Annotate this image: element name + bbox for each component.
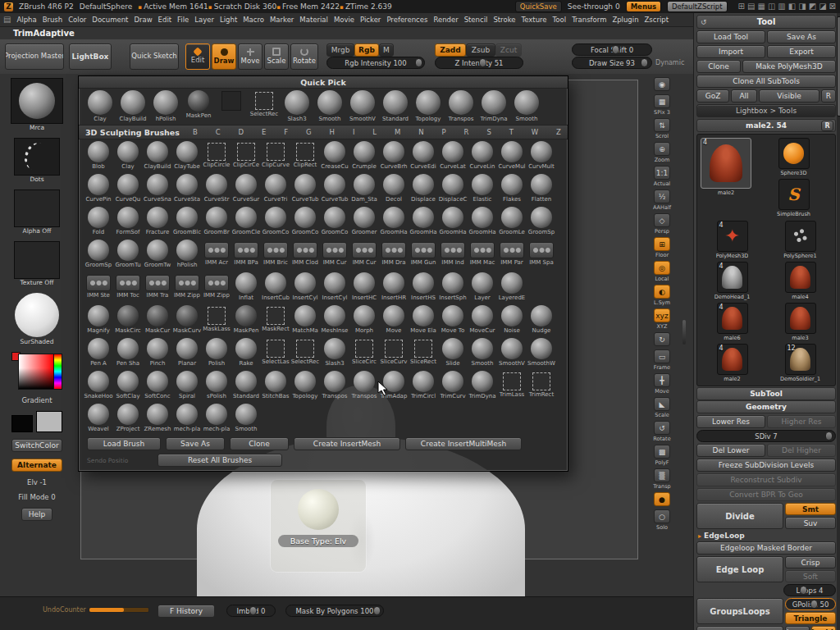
brush-tile[interactable]: Dam_Sta (349, 172, 379, 205)
brush-tile[interactable]: ClayTube (172, 139, 202, 172)
see-through-slider[interactable]: See-through 0 (568, 2, 620, 11)
z-intensity-slider[interactable]: Z Intensity 51 (435, 57, 523, 69)
gpolish-slider[interactable]: GPolish 50 (785, 598, 836, 610)
tool-thumb-current[interactable]: 4 male2 (701, 138, 751, 217)
lower-res-button[interactable]: Lower Res (696, 415, 765, 428)
brush-tile[interactable]: GroomBr (202, 205, 231, 238)
smt-toggle[interactable]: Smt (785, 503, 836, 515)
brush-tile[interactable]: ClipCirCe (231, 139, 261, 172)
brush-tile[interactable]: MaskCurv (172, 304, 202, 336)
tool-thumb[interactable]: 4 male6 (701, 303, 764, 341)
quick-pick-tile[interactable]: Slash3 (281, 89, 313, 125)
shelf-button[interactable]: ½ AAHalf (651, 189, 673, 211)
brush-tile[interactable]: Pen Sha (113, 336, 143, 369)
quick-pick-tile[interactable]: TrimDyna (477, 89, 510, 125)
brush-tile[interactable]: GroomTu (113, 238, 143, 271)
brush-tile[interactable]: TrimLass (497, 369, 527, 402)
brush-tile[interactable]: CurveStr (202, 172, 231, 205)
panel-divider[interactable] (675, 74, 693, 596)
brush-tile[interactable]: Crumple (349, 139, 379, 172)
draw-size-slider[interactable]: Draw Size 93 (572, 57, 652, 69)
brush-tile[interactable]: Slide (438, 336, 468, 369)
brush-tile[interactable]: CurvePin (84, 172, 113, 205)
brush-tile[interactable]: Fold (84, 205, 113, 238)
menu-item[interactable]: Macro (243, 16, 264, 24)
brush-tile[interactable]: GroomHa (379, 205, 409, 238)
brush-tile[interactable]: TrimDyna (468, 369, 497, 402)
brush-tile[interactable]: InsertHR (379, 271, 409, 304)
sdiv-knob[interactable] (825, 431, 833, 441)
brush-tile[interactable]: IMM Mac (468, 238, 497, 271)
index-letter[interactable]: R (464, 128, 469, 136)
mask-by-polygons-slider[interactable]: Mask By Polygons 100 (285, 605, 384, 617)
brush-tile[interactable]: Fracture (143, 205, 172, 238)
brush-tile[interactable]: Magnify (84, 304, 113, 336)
menu-item[interactable]: Tool (553, 16, 567, 24)
quick-pick-tile[interactable]: Smooth (510, 89, 543, 125)
brush-tile[interactable]: Polish (202, 336, 231, 369)
goz-r-button[interactable]: R (821, 89, 836, 103)
brush-tile[interactable]: GroomSp (527, 205, 556, 238)
quick-pick-tile[interactable]: hPolish (149, 89, 182, 125)
brush-tile[interactable]: GroomTw (143, 238, 172, 271)
brush-tile[interactable]: ClayBuild (143, 139, 172, 172)
shelf-button[interactable]: ▩ PolyF (651, 445, 673, 466)
brush-tile[interactable]: MaskLass (202, 304, 231, 336)
quick-pick-tile[interactable]: SelectRec (248, 89, 281, 125)
brush-tile[interactable]: IMM Par (497, 238, 527, 271)
save-as-button[interactable]: Save As (166, 437, 225, 450)
quick-pick-tile[interactable]: Smooth (313, 89, 346, 125)
tool-thumb[interactable]: male4 (769, 262, 832, 300)
help-button[interactable]: Help (21, 508, 52, 521)
brush-tile[interactable]: CurveTub (290, 172, 320, 205)
brush-tile[interactable]: GroomCo (320, 205, 349, 238)
higher-res-button[interactable]: Higher Res (767, 415, 836, 428)
brush-tile[interactable]: CurveTub (320, 172, 349, 205)
divider-grip-icon[interactable] (682, 320, 686, 345)
index-letter[interactable]: H (330, 128, 335, 136)
mrgb-button[interactable]: Mrgb (326, 43, 354, 57)
tool-thumb[interactable]: SimpleBrush (756, 179, 832, 217)
index-letter[interactable]: P (442, 128, 446, 136)
alt-color-swatch[interactable] (36, 411, 62, 432)
edgeloop-section-label[interactable]: ▸ EdgeLoop (698, 532, 834, 540)
brush-tile[interactable]: IMM Zipp (172, 271, 202, 304)
shelf-button[interactable]: ▒ Transp (651, 468, 673, 490)
index-letter[interactable]: Z (556, 128, 561, 136)
shelf-button[interactable]: ↺ Rotate (651, 421, 673, 442)
menu-item[interactable]: Alpha (16, 16, 36, 24)
tool-thumb[interactable]: Sphere3D (756, 138, 832, 176)
quick-pick-tile[interactable] (215, 89, 248, 125)
index-letter[interactable]: W (532, 128, 538, 136)
convert-bpr-button[interactable]: Convert BPR To Geo (696, 488, 836, 501)
brush-tile[interactable]: Inflat (231, 271, 261, 304)
rotate-button[interactable]: Rotate (290, 43, 318, 70)
menu-item[interactable]: Stencil (464, 16, 488, 24)
shelf-button[interactable]: ◎ Local (651, 261, 673, 282)
alpha-selector[interactable]: Alpha Off (14, 189, 60, 235)
export-button[interactable]: Export (767, 45, 836, 58)
index-letter[interactable]: E (262, 128, 266, 136)
index-letter[interactable]: C (216, 128, 221, 136)
shelf-button[interactable]: ◇ Persp (651, 213, 673, 235)
index-letter[interactable]: I (353, 128, 355, 136)
brush-tile[interactable]: TrimCurv (438, 369, 468, 402)
make-polymesh3d-button[interactable]: Make PolyMesh3D (742, 60, 836, 73)
brush-tile[interactable]: SliceCirc (349, 336, 379, 369)
load-tool-button[interactable]: Load Tool (696, 30, 765, 43)
brush-tile[interactable]: GroomCo (261, 205, 290, 238)
brush-tile[interactable]: Blob (84, 139, 113, 172)
shelf-button[interactable]: ◉ (651, 77, 673, 92)
tool-panel-scrollbar[interactable] (837, 13, 840, 630)
brush-tile[interactable]: Nudge (527, 304, 556, 336)
brush-tile[interactable]: SmoothW (527, 336, 556, 369)
brush-tile[interactable]: CurveBrh (379, 139, 409, 172)
brush-tile[interactable]: SliceRect (409, 336, 438, 369)
brush-tile[interactable]: Flakes (497, 172, 527, 205)
menu-item[interactable]: Movie (334, 16, 354, 24)
layout-icon[interactable]: ◫ (768, 1, 775, 12)
tool-thumb[interactable]: 4 PolyMesh3D (701, 221, 764, 259)
brush-tile[interactable]: Displace (409, 172, 438, 205)
shelf-button[interactable]: xyz XYZ (651, 308, 673, 330)
brush-tile[interactable]: Weavel (84, 402, 113, 435)
